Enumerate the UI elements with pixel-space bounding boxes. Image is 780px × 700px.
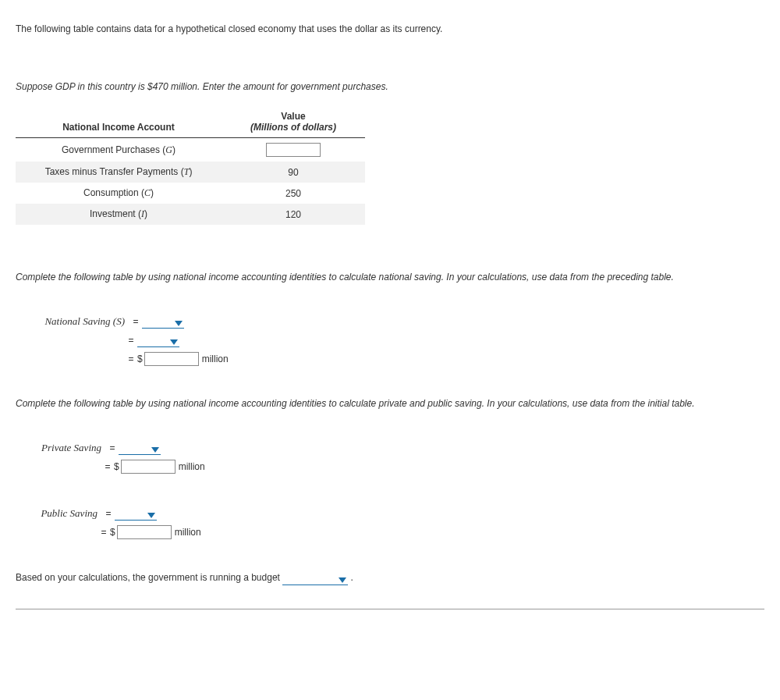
- table-row: Consumption (C) 250: [16, 183, 365, 204]
- row-label: Taxes minus Transfer Payments (T): [16, 162, 222, 183]
- budget-status-dropdown[interactable]: [282, 571, 348, 585]
- row-value: 90: [222, 162, 365, 183]
- public-saving-label: Public Saving: [16, 507, 102, 520]
- intro-text: The following table contains data for a …: [16, 23, 764, 34]
- g-input[interactable]: [266, 143, 321, 157]
- unit-million: million: [175, 527, 201, 538]
- public-saving-block: Public Saving = = $ million: [16, 506, 764, 540]
- national-saving-block: National Saving (S) = = = $ million: [16, 314, 764, 367]
- private-amount-input[interactable]: [121, 460, 176, 474]
- equals-sign: =: [125, 354, 137, 364]
- private-formula-dropdown[interactable]: [119, 441, 161, 455]
- row-label: Investment (I): [16, 204, 222, 225]
- equals-sign: =: [102, 508, 115, 519]
- private-saving-label: Private Saving: [16, 442, 106, 454]
- instruction-private-public: Complete the following table by using na…: [16, 398, 764, 409]
- national-saving-label: National Saving (S): [16, 315, 129, 328]
- instruction-national-saving: Complete the following table by using na…: [16, 272, 764, 282]
- col-header-value-top: Value: [222, 106, 365, 122]
- private-saving-block: Private Saving = = $ million: [16, 440, 764, 474]
- equals-sign: =: [129, 316, 142, 327]
- dollar-sign: $: [137, 354, 143, 364]
- instruction-gdp: Suppose GDP in this country is $470 mill…: [16, 81, 764, 92]
- income-accounts-table: National Income Account Value (Millions …: [16, 106, 365, 225]
- budget-conclusion-line: Based on your calculations, the governme…: [16, 571, 764, 585]
- row-label: Government Purchases (G): [16, 138, 222, 162]
- col-header-value-sub: (Millions of dollars): [222, 122, 365, 138]
- caret-down-icon: [175, 321, 183, 326]
- bottom-divider: [16, 609, 764, 609]
- equals-sign: =: [125, 335, 137, 346]
- table-row: Taxes minus Transfer Payments (T) 90: [16, 162, 365, 183]
- unit-million: million: [179, 461, 205, 472]
- ns-formula-dropdown-2[interactable]: [137, 333, 179, 347]
- dollar-sign: $: [114, 461, 119, 472]
- dollar-sign: $: [110, 527, 115, 538]
- equals-sign: =: [98, 527, 110, 538]
- row-value: 120: [222, 204, 365, 225]
- conclusion-suffix: .: [351, 572, 353, 583]
- row-label: Consumption (C): [16, 183, 222, 204]
- table-row: Investment (I) 120: [16, 204, 365, 225]
- caret-down-icon: [151, 447, 159, 453]
- public-formula-dropdown[interactable]: [115, 506, 157, 521]
- conclusion-prefix: Based on your calculations, the governme…: [16, 572, 282, 583]
- caret-down-icon: [339, 577, 346, 583]
- table-row: Government Purchases (G): [16, 138, 365, 162]
- col-header-account: National Income Account: [16, 106, 222, 138]
- unit-million: million: [202, 354, 229, 364]
- equals-sign: =: [101, 461, 114, 472]
- caret-down-icon: [170, 339, 178, 345]
- equals-sign: =: [106, 442, 119, 453]
- row-value: 250: [222, 183, 365, 204]
- caret-down-icon: [147, 513, 155, 518]
- ns-formula-dropdown-1[interactable]: [142, 314, 184, 329]
- public-amount-input[interactable]: [117, 525, 172, 539]
- ns-amount-input[interactable]: [144, 352, 199, 366]
